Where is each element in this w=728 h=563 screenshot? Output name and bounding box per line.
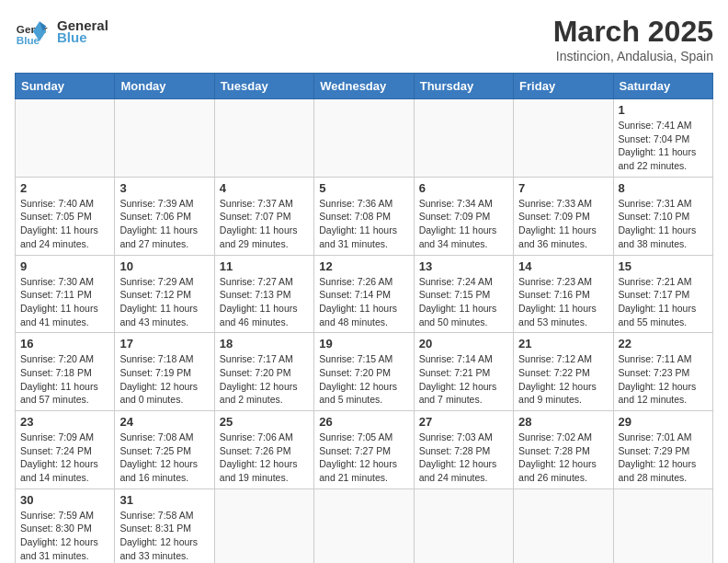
title-area: March 2025 Instincion, Andalusia, Spain — [553, 15, 713, 63]
day-number: 24 — [119, 415, 209, 429]
month-title: March 2025 — [553, 15, 713, 49]
calendar-cell — [514, 488, 613, 563]
calendar-cell: 21Sunrise: 7:12 AM Sunset: 7:22 PM Dayli… — [514, 333, 613, 411]
calendar-cell: 1Sunrise: 7:41 AM Sunset: 7:04 PM Daylig… — [613, 99, 712, 178]
calendar-week-row: 16Sunrise: 7:20 AM Sunset: 7:18 PM Dayli… — [16, 333, 713, 411]
day-info: Sunrise: 7:40 AM Sunset: 7:05 PM Dayligh… — [20, 197, 109, 251]
calendar-cell: 10Sunrise: 7:29 AM Sunset: 7:12 PM Dayli… — [115, 255, 214, 333]
day-header-saturday: Saturday — [613, 74, 712, 99]
day-info: Sunrise: 7:30 AM Sunset: 7:11 PM Dayligh… — [20, 275, 109, 329]
calendar-cell: 31Sunrise: 7:58 AM Sunset: 8:31 PM Dayli… — [115, 488, 214, 563]
day-header-friday: Friday — [514, 74, 613, 99]
day-info: Sunrise: 7:58 AM Sunset: 8:31 PM Dayligh… — [119, 509, 209, 563]
calendar-week-row: 2Sunrise: 7:40 AM Sunset: 7:05 PM Daylig… — [16, 177, 713, 255]
day-header-wednesday: Wednesday — [314, 74, 414, 99]
calendar-cell: 30Sunrise: 7:59 AM Sunset: 8:30 PM Dayli… — [16, 488, 115, 563]
day-info: Sunrise: 7:21 AM Sunset: 7:17 PM Dayligh… — [619, 275, 708, 329]
day-number: 9 — [20, 259, 109, 273]
day-info: Sunrise: 7:09 AM Sunset: 7:24 PM Dayligh… — [20, 431, 109, 485]
calendar-cell: 14Sunrise: 7:23 AM Sunset: 7:16 PM Dayli… — [514, 255, 613, 333]
day-number: 7 — [518, 181, 608, 195]
calendar-cell — [16, 99, 115, 178]
day-number: 28 — [518, 415, 608, 429]
calendar-cell: 3Sunrise: 7:39 AM Sunset: 7:06 PM Daylig… — [115, 177, 214, 255]
day-number: 2 — [20, 181, 109, 195]
calendar-week-row: 9Sunrise: 7:30 AM Sunset: 7:11 PM Daylig… — [16, 255, 713, 333]
day-number: 4 — [220, 181, 309, 195]
calendar-cell — [514, 99, 613, 178]
calendar-cell: 6Sunrise: 7:34 AM Sunset: 7:09 PM Daylig… — [414, 177, 513, 255]
calendar-week-row: 30Sunrise: 7:59 AM Sunset: 8:30 PM Dayli… — [16, 488, 713, 563]
day-number: 14 — [518, 259, 608, 273]
day-info: Sunrise: 7:08 AM Sunset: 7:25 PM Dayligh… — [119, 431, 209, 485]
day-info: Sunrise: 7:03 AM Sunset: 7:28 PM Dayligh… — [419, 431, 508, 485]
calendar-cell: 9Sunrise: 7:30 AM Sunset: 7:11 PM Daylig… — [16, 255, 115, 333]
day-number: 16 — [20, 337, 109, 350]
day-number: 6 — [419, 181, 508, 195]
calendar-cell — [414, 488, 513, 563]
calendar-cell — [613, 488, 712, 563]
day-info: Sunrise: 7:24 AM Sunset: 7:15 PM Dayligh… — [419, 275, 508, 329]
day-info: Sunrise: 7:59 AM Sunset: 8:30 PM Dayligh… — [20, 509, 109, 563]
day-info: Sunrise: 7:37 AM Sunset: 7:07 PM Dayligh… — [220, 197, 309, 251]
calendar-cell: 18Sunrise: 7:17 AM Sunset: 7:20 PM Dayli… — [214, 333, 313, 411]
day-info: Sunrise: 7:06 AM Sunset: 7:26 PM Dayligh… — [220, 431, 309, 485]
calendar-cell: 27Sunrise: 7:03 AM Sunset: 7:28 PM Dayli… — [414, 411, 513, 489]
calendar-cell — [214, 99, 313, 178]
calendar-header-row: SundayMondayTuesdayWednesdayThursdayFrid… — [16, 74, 713, 99]
logo: General Blue General Blue — [15, 15, 108, 48]
day-number: 1 — [619, 103, 708, 117]
calendar-cell: 8Sunrise: 7:31 AM Sunset: 7:10 PM Daylig… — [613, 177, 712, 255]
day-info: Sunrise: 7:14 AM Sunset: 7:21 PM Dayligh… — [419, 352, 508, 407]
calendar-cell: 26Sunrise: 7:05 AM Sunset: 7:27 PM Dayli… — [314, 411, 414, 489]
day-number: 30 — [20, 493, 109, 507]
day-header-monday: Monday — [115, 74, 214, 99]
day-info: Sunrise: 7:01 AM Sunset: 7:29 PM Dayligh… — [619, 431, 708, 485]
day-info: Sunrise: 7:36 AM Sunset: 7:08 PM Dayligh… — [319, 197, 408, 251]
day-number: 31 — [119, 493, 209, 507]
calendar-cell: 12Sunrise: 7:26 AM Sunset: 7:14 PM Dayli… — [314, 255, 414, 333]
day-info: Sunrise: 7:41 AM Sunset: 7:04 PM Dayligh… — [619, 119, 708, 173]
calendar-cell: 23Sunrise: 7:09 AM Sunset: 7:24 PM Dayli… — [16, 411, 115, 489]
calendar-cell: 5Sunrise: 7:36 AM Sunset: 7:08 PM Daylig… — [314, 177, 414, 255]
day-number: 27 — [419, 415, 508, 429]
day-number: 10 — [119, 259, 209, 273]
calendar-cell: 28Sunrise: 7:02 AM Sunset: 7:28 PM Dayli… — [514, 411, 613, 489]
day-info: Sunrise: 7:15 AM Sunset: 7:20 PM Dayligh… — [319, 352, 408, 407]
calendar-week-row: 1Sunrise: 7:41 AM Sunset: 7:04 PM Daylig… — [16, 99, 713, 178]
calendar-cell: 24Sunrise: 7:08 AM Sunset: 7:25 PM Dayli… — [115, 411, 214, 489]
day-number: 22 — [619, 337, 708, 350]
day-number: 5 — [319, 181, 408, 195]
calendar-cell: 20Sunrise: 7:14 AM Sunset: 7:21 PM Dayli… — [414, 333, 513, 411]
day-number: 21 — [518, 337, 608, 350]
day-number: 17 — [119, 337, 209, 350]
day-info: Sunrise: 7:31 AM Sunset: 7:10 PM Dayligh… — [619, 197, 708, 251]
header: General Blue General Blue March 2025 Ins… — [15, 15, 713, 63]
day-header-thursday: Thursday — [414, 74, 513, 99]
logo-icon: General Blue — [15, 15, 48, 48]
calendar-cell: 19Sunrise: 7:15 AM Sunset: 7:20 PM Dayli… — [314, 333, 414, 411]
day-info: Sunrise: 7:11 AM Sunset: 7:23 PM Dayligh… — [619, 352, 708, 407]
day-info: Sunrise: 7:02 AM Sunset: 7:28 PM Dayligh… — [518, 431, 608, 485]
day-info: Sunrise: 7:18 AM Sunset: 7:19 PM Dayligh… — [119, 352, 209, 407]
day-number: 19 — [319, 337, 408, 350]
subtitle: Instincion, Andalusia, Spain — [553, 49, 713, 63]
calendar-cell — [214, 488, 313, 563]
calendar-cell: 29Sunrise: 7:01 AM Sunset: 7:29 PM Dayli… — [613, 411, 712, 489]
day-number: 3 — [119, 181, 209, 195]
calendar-cell: 16Sunrise: 7:20 AM Sunset: 7:18 PM Dayli… — [16, 333, 115, 411]
day-info: Sunrise: 7:26 AM Sunset: 7:14 PM Dayligh… — [319, 275, 408, 329]
calendar-cell: 4Sunrise: 7:37 AM Sunset: 7:07 PM Daylig… — [214, 177, 313, 255]
calendar-cell — [115, 99, 214, 178]
day-number: 15 — [619, 259, 708, 273]
calendar-cell: 7Sunrise: 7:33 AM Sunset: 7:09 PM Daylig… — [514, 177, 613, 255]
calendar-cell: 11Sunrise: 7:27 AM Sunset: 7:13 PM Dayli… — [214, 255, 313, 333]
day-info: Sunrise: 7:23 AM Sunset: 7:16 PM Dayligh… — [518, 275, 608, 329]
calendar-cell: 2Sunrise: 7:40 AM Sunset: 7:05 PM Daylig… — [16, 177, 115, 255]
calendar-cell: 13Sunrise: 7:24 AM Sunset: 7:15 PM Dayli… — [414, 255, 513, 333]
calendar-cell — [414, 99, 513, 178]
day-info: Sunrise: 7:20 AM Sunset: 7:18 PM Dayligh… — [20, 352, 109, 407]
day-number: 23 — [20, 415, 109, 429]
day-info: Sunrise: 7:34 AM Sunset: 7:09 PM Dayligh… — [419, 197, 508, 251]
day-header-sunday: Sunday — [16, 74, 115, 99]
